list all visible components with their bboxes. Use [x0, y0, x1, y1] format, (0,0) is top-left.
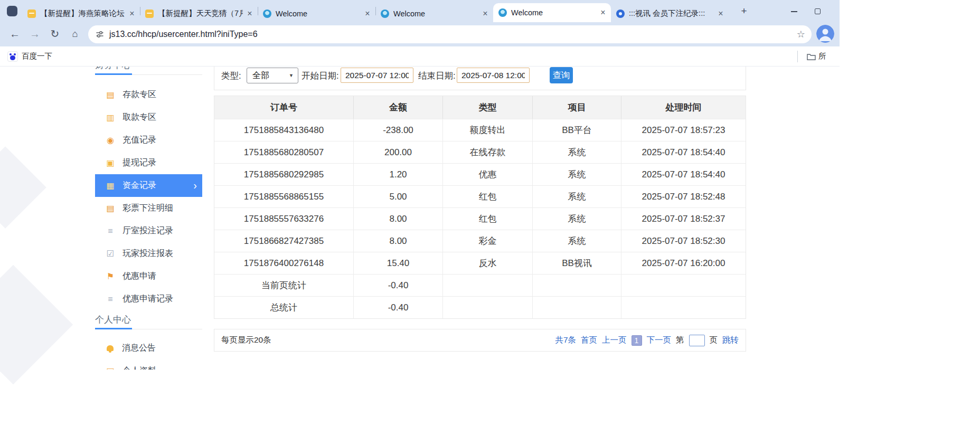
sidebar-item-recharge-records[interactable]: ◉ 充值记录 — [95, 129, 202, 152]
cell-project: 系统 — [532, 208, 621, 230]
sidebar-item-funds-records[interactable]: ▦ 资金记录 › — [95, 174, 202, 197]
cell-label: 总统计 — [214, 297, 353, 318]
jump-link[interactable]: 跳转 — [722, 335, 739, 346]
table-row: 1751885557633276 8.00 红包 系统 2025-07-07 1… — [214, 207, 746, 230]
cell-type: 红包 — [442, 186, 532, 207]
header-order-no: 订单号 — [214, 96, 353, 119]
query-button[interactable]: 查询 — [550, 67, 573, 83]
sidebar-item-promo-apply-records[interactable]: ≡ 优惠申请记录 — [95, 288, 202, 310]
withdraw-icon: ▥ — [106, 114, 115, 122]
sidebar-item-announcements[interactable]: 消息公告 — [95, 337, 202, 360]
tab-welcome-active[interactable]: Welcome × — [493, 3, 611, 22]
home-button[interactable]: ⌂ — [67, 25, 83, 42]
type-select[interactable]: 全部 ▼ — [247, 68, 298, 83]
player-bet-report-icon: ☑ — [106, 250, 115, 258]
per-page-label: 每页显示20条 — [221, 335, 271, 346]
close-icon[interactable]: × — [716, 9, 725, 18]
cell-project: 系统 — [532, 230, 621, 252]
close-icon[interactable]: × — [598, 8, 608, 17]
cell-project: BB平台 — [532, 119, 621, 141]
cell-project: BB视讯 — [532, 252, 621, 274]
forward-button[interactable]: → — [26, 25, 43, 42]
close-icon[interactable]: × — [363, 9, 372, 18]
tab-strip: 【新提醒】海燕策略论坛 × 【新提醒】天天竞猜（7月 × Welcome × W… — [0, 0, 840, 22]
site-settings-icon[interactable] — [96, 30, 104, 41]
type-label: 类型: — [221, 68, 241, 83]
deco-triangle-1 — [0, 146, 46, 229]
cell-project: 系统 — [532, 186, 621, 207]
chevron-right-icon: › — [193, 179, 197, 191]
bookmark-star-icon[interactable]: ☆ — [797, 25, 805, 43]
new-tab-button[interactable]: + — [738, 5, 750, 17]
header-process-time: 处理时间 — [621, 96, 746, 119]
cell-amount: 8.00 — [353, 208, 442, 230]
tab-welcome-2[interactable]: Welcome × — [375, 5, 493, 22]
cell-order-no: 1751876400276148 — [214, 252, 353, 274]
cell-type: 在线存款 — [442, 141, 532, 163]
current-page-indicator[interactable]: 1 — [632, 335, 642, 346]
cell-amount: -0.40 — [353, 297, 442, 318]
cell-order-no: 1751885680292985 — [214, 164, 353, 185]
page-suffix-label: 页 — [710, 335, 718, 346]
profile-avatar[interactable] — [816, 25, 834, 43]
section-active-underline — [95, 73, 132, 75]
sidebar-item-withdrawal-records[interactable]: ▣ 提现记录 — [95, 152, 202, 174]
end-date-input[interactable] — [457, 68, 530, 83]
header-project: 项目 — [532, 96, 621, 119]
prev-page-link[interactable]: 上一页 — [602, 335, 627, 346]
tab-video-records[interactable]: :::视讯 会员下注纪录::: × — [611, 5, 729, 22]
close-icon[interactable]: × — [480, 9, 490, 18]
close-icon[interactable]: × — [245, 9, 255, 18]
type-select-value: 全部 — [252, 71, 269, 80]
forum-favicon — [145, 10, 154, 18]
sidebar-item-deposit-zone[interactable]: ▤ 存款专区 — [95, 83, 202, 106]
tab-search-icon[interactable] — [7, 6, 17, 16]
table-row: 1751885568865155 5.00 红包 系统 2025-07-07 1… — [214, 185, 746, 207]
bookmarks-bar: 百度一下 所 — [0, 46, 840, 67]
sidebar-item-profile-partial[interactable]: ▤ 个人资料 — [95, 360, 202, 370]
tab-forum-haiyan[interactable]: 【新提醒】海燕策略论坛 × — [22, 5, 140, 22]
cell-project: 系统 — [532, 164, 621, 185]
back-button[interactable]: ← — [6, 25, 23, 42]
table-row-grand-total: 总统计 -0.40 — [214, 296, 746, 318]
jump-page-input[interactable] — [689, 335, 705, 346]
table-row: 1751866827427385 8.00 彩金 系统 2025-07-07 1… — [214, 230, 746, 252]
cell-time: 2025-07-07 18:54:40 — [621, 164, 746, 185]
cell-time: 2025-07-07 18:57:23 — [621, 119, 746, 141]
address-bar[interactable]: js13.cc/hhcp/usercenter.html?iniType=6 ☆ — [88, 25, 812, 43]
cell-time: 2025-07-07 18:52:37 — [621, 208, 746, 230]
baidu-favicon — [7, 51, 18, 62]
sidebar-item-lottery-bet-details[interactable]: ▤ 彩票下注明细 — [95, 197, 202, 220]
cell-amount: 15.40 — [353, 252, 442, 274]
maximize-button[interactable] — [810, 4, 825, 18]
tab-welcome-1[interactable]: Welcome × — [258, 5, 375, 22]
cell-amount: 8.00 — [353, 230, 442, 252]
promo-apply-icon: ⚑ — [106, 272, 115, 281]
cell-type: 优惠 — [442, 164, 532, 185]
chevron-down-icon: ▼ — [289, 68, 294, 83]
cell-order-no: 1751885557633276 — [214, 208, 353, 230]
next-page-link[interactable]: 下一页 — [647, 335, 672, 346]
first-page-link[interactable]: 首页 — [581, 335, 597, 346]
header-amount: 金额 — [353, 96, 442, 119]
bookmark-baidu[interactable]: 百度一下 — [22, 46, 52, 66]
minimize-button[interactable] — [787, 4, 802, 18]
recharge-record-icon: ◉ — [106, 136, 115, 145]
lottery-bet-detail-icon: ▤ — [106, 204, 115, 213]
table-row-page-total: 当前页统计 -0.40 — [214, 274, 746, 296]
withdrawal-record-icon: ▣ — [106, 159, 115, 167]
sidebar-item-withdraw-zone[interactable]: ▥ 取款专区 — [95, 106, 202, 129]
table-row: 1751885680292985 1.20 优惠 系统 2025-07-07 1… — [214, 163, 746, 185]
close-icon[interactable]: × — [127, 9, 137, 18]
page-prefix-label: 第 — [676, 335, 684, 346]
refresh-button[interactable]: ↻ — [46, 25, 63, 42]
forum-favicon — [27, 10, 36, 18]
tab-forum-tiantian[interactable]: 【新提醒】天天竞猜（7月 × — [140, 5, 258, 22]
cell-project: 系统 — [532, 141, 621, 163]
sidebar-item-hall-bet-records[interactable]: ≡ 厅室投注记录 — [95, 220, 202, 242]
sidebar-item-player-bet-report[interactable]: ☑ 玩家投注报表 — [95, 242, 202, 265]
all-bookmarks-folder[interactable]: 所 — [806, 46, 837, 66]
start-date-input[interactable] — [341, 68, 413, 83]
sidebar-item-promo-apply[interactable]: ⚑ 优惠申请 — [95, 265, 202, 288]
start-date-label: 开始日期: — [301, 68, 339, 83]
